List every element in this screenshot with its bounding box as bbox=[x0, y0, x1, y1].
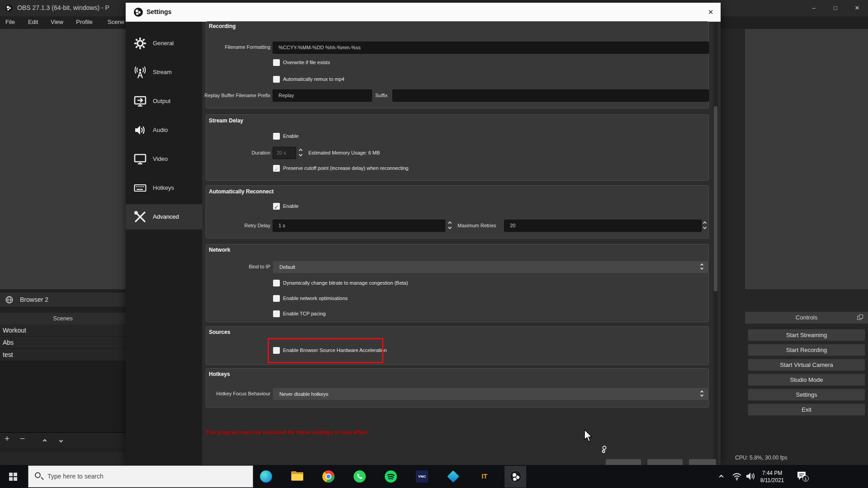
dynamic-bitrate-label[interactable]: Dynamically change bitrate to manage con… bbox=[283, 280, 408, 286]
scene-item-test[interactable]: test bbox=[0, 349, 126, 361]
nav-audio[interactable]: Audio bbox=[126, 117, 202, 143]
max-retries-input[interactable]: 20 bbox=[504, 220, 702, 232]
tray-date: 8/11/2021 bbox=[754, 477, 790, 484]
wifi-icon[interactable] bbox=[731, 472, 742, 481]
filename-formatting-label: Filename Formatting bbox=[198, 44, 270, 50]
suffix-input[interactable] bbox=[392, 89, 709, 102]
nav-label: Hotkeys bbox=[153, 184, 174, 191]
network-optimisations-label[interactable]: Enable network optimisations bbox=[283, 296, 348, 301]
obs-logo-icon bbox=[134, 8, 143, 17]
remove-scene-button[interactable]: − bbox=[20, 434, 25, 444]
settings-titlebar[interactable] bbox=[126, 3, 721, 22]
overwrite-checkbox[interactable] bbox=[273, 59, 280, 66]
dock-popout-icon[interactable] bbox=[857, 314, 863, 321]
tray-expand-chevron-icon[interactable] bbox=[720, 475, 726, 480]
diamond-app-icon[interactable] bbox=[447, 470, 459, 483]
restart-warning-text: The program must be restarted for these … bbox=[206, 429, 369, 436]
close-button[interactable]: ✕ bbox=[846, 0, 868, 16]
network-optimisations-checkbox[interactable] bbox=[273, 295, 280, 302]
settings-button[interactable]: Settings bbox=[748, 389, 865, 401]
minimize-button[interactable]: – bbox=[803, 0, 825, 16]
action-center-icon[interactable]: 1 bbox=[797, 471, 810, 483]
taskbar-search[interactable]: Type here to search bbox=[28, 465, 253, 488]
obs-logo-icon bbox=[5, 5, 13, 12]
nav-label: Advanced bbox=[153, 213, 179, 220]
remux-label[interactable]: Automatically remux to mp4 bbox=[283, 76, 344, 82]
nav-video[interactable]: Video bbox=[126, 146, 202, 172]
preserve-cutoff-label: Preserve cutoff point (increase delay) w… bbox=[283, 165, 408, 171]
replay-prefix-input[interactable]: Replay bbox=[273, 89, 372, 102]
tray-clock[interactable]: 7:44 PM 8/11/2021 bbox=[754, 469, 790, 484]
controls-dock-header: Controls bbox=[745, 312, 868, 324]
menu-scene-collection[interactable]: Scene bbox=[108, 19, 127, 25]
suffix-label: Suffix bbox=[375, 93, 387, 98]
exit-button[interactable]: Exit bbox=[748, 404, 865, 416]
stream-delay-enable-label[interactable]: Enable bbox=[283, 133, 298, 139]
edge-icon[interactable] bbox=[260, 470, 272, 483]
filename-formatting-input[interactable]: %CCYY-%MM-%DD %hh-%mm-%ss bbox=[273, 42, 709, 54]
menu-file[interactable]: File bbox=[5, 19, 15, 25]
move-scene-down-button[interactable] bbox=[58, 433, 63, 438]
duration-spinner-arrows[interactable] bbox=[297, 147, 305, 159]
network-header: Network bbox=[209, 247, 230, 253]
tools-icon bbox=[134, 211, 146, 223]
dialog-bottom-button[interactable] bbox=[606, 459, 641, 465]
maximize-button[interactable]: □ bbox=[825, 0, 846, 16]
retry-delay-spinner-arrows[interactable] bbox=[447, 220, 454, 232]
chrome-icon[interactable] bbox=[322, 470, 335, 483]
screen: OBS 27.1.3 (64-bit, windows) - P – □ ✕ F… bbox=[0, 0, 868, 488]
menu-view[interactable]: View bbox=[51, 19, 63, 25]
start-recording-button[interactable]: Start Recording bbox=[748, 344, 865, 356]
scene-item-workout[interactable]: Workout bbox=[0, 324, 126, 337]
start-streaming-button[interactable]: Start Streaming bbox=[748, 329, 865, 341]
max-retries-label: Maximum Retries bbox=[458, 223, 496, 228]
nav-advanced[interactable]: Advanced bbox=[126, 204, 202, 230]
dialog-scrollbar-thumb[interactable] bbox=[714, 106, 717, 291]
obs-taskbar-icon[interactable] bbox=[509, 470, 522, 483]
tray-time: 7:44 PM bbox=[754, 469, 790, 477]
remux-checkbox[interactable] bbox=[273, 76, 280, 83]
dialog-bottom-button[interactable] bbox=[689, 459, 716, 465]
nav-general[interactable]: General bbox=[126, 31, 202, 56]
overwrite-label[interactable]: Overwrite if file exists bbox=[283, 60, 330, 65]
start-virtual-camera-button[interactable]: Start Virtual Camera bbox=[748, 359, 865, 371]
max-retries-spinner-arrows[interactable] bbox=[702, 220, 709, 232]
reconnect-enable-checkbox[interactable] bbox=[273, 203, 280, 210]
source-item-browser2[interactable]: Browser 2 bbox=[0, 292, 126, 307]
nav-label: Output bbox=[153, 98, 170, 104]
hotkey-focus-label: Hotkey Focus Behaviour bbox=[198, 391, 270, 396]
nav-output[interactable]: Output bbox=[126, 89, 202, 114]
it-app-icon[interactable]: IT bbox=[478, 470, 491, 483]
reconnect-enable-label[interactable]: Enable bbox=[283, 203, 298, 209]
move-scene-up-button[interactable] bbox=[42, 437, 47, 443]
nav-label: Video bbox=[153, 155, 168, 162]
bind-to-ip-label: Bind to IP bbox=[198, 264, 270, 269]
studio-mode-button[interactable]: Studio Mode bbox=[748, 374, 865, 386]
globe-icon bbox=[5, 296, 13, 304]
cpu-fps-status: CPU: 5.8%, 30.00 fps bbox=[735, 455, 787, 461]
dynamic-bitrate-checkbox[interactable] bbox=[273, 280, 280, 286]
hotkey-focus-select[interactable]: Never disable hotkeys bbox=[273, 388, 709, 400]
nav-stream[interactable]: Stream bbox=[126, 60, 202, 85]
start-button[interactable] bbox=[9, 473, 18, 481]
stream-delay-enable-checkbox[interactable] bbox=[273, 133, 280, 140]
scene-item-abs[interactable]: Abs bbox=[0, 337, 126, 349]
menu-edit[interactable]: Edit bbox=[28, 19, 38, 25]
speaker-icon bbox=[134, 124, 146, 136]
dialog-bottom-button[interactable] bbox=[647, 459, 683, 465]
vnc-icon[interactable]: VNC bbox=[416, 470, 428, 483]
tcp-pacing-checkbox[interactable] bbox=[273, 310, 280, 317]
mouse-cursor bbox=[584, 429, 594, 443]
nav-hotkeys[interactable]: Hotkeys bbox=[126, 175, 202, 201]
retry-delay-input[interactable]: 1 s bbox=[273, 220, 445, 232]
recording-header: Recording bbox=[209, 23, 236, 29]
dialog-close-icon[interactable]: ✕ bbox=[701, 3, 721, 22]
spotify-icon[interactable] bbox=[385, 470, 397, 483]
file-explorer-icon[interactable] bbox=[291, 470, 303, 483]
output-icon bbox=[134, 95, 146, 108]
tcp-pacing-label[interactable]: Enable TCP pacing bbox=[283, 311, 326, 316]
add-scene-button[interactable]: + bbox=[5, 434, 9, 444]
bind-to-ip-select[interactable]: Default bbox=[273, 261, 709, 273]
menu-profile[interactable]: Profile bbox=[76, 19, 93, 25]
whatsapp-icon[interactable] bbox=[354, 470, 366, 483]
